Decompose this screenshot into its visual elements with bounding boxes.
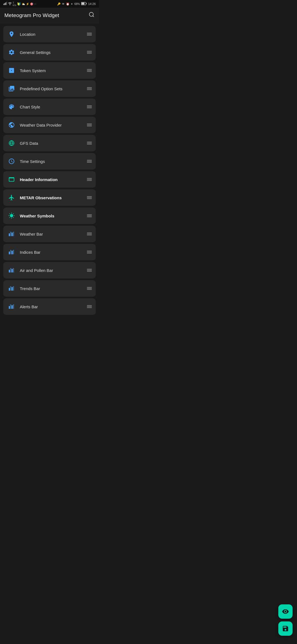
svg-rect-20 — [9, 270, 10, 272]
menu-label-weather-data-provider: Weather Data Provider — [20, 123, 85, 127]
svg-point-4 — [10, 5, 10, 5]
status-right: 🔑 👁 ⏰ ✦ 68% 14:26 — [57, 2, 96, 6]
svg-rect-30 — [12, 305, 13, 309]
location-icon — [7, 30, 16, 39]
svg-rect-27 — [13, 286, 14, 291]
drag-handle-header-information — [85, 178, 92, 181]
svg-rect-1 — [4, 3, 5, 5]
status-left: 1K/s 🔰 ⛅ ⚡ 🎯 ··· — [3, 1, 36, 7]
drag-handle-time-settings — [85, 160, 92, 163]
drag-handle-chart-style — [85, 105, 92, 108]
svg-rect-0 — [4, 4, 4, 5]
signal-icon — [3, 2, 7, 6]
bar-chart-icon — [7, 266, 16, 275]
gear-icon — [7, 48, 16, 57]
drag-handle-air-pollen-bar — [85, 269, 92, 272]
menu-item-time-settings[interactable]: Time Settings — [3, 153, 96, 170]
svg-rect-17 — [10, 250, 11, 254]
app-header: Meteogram Pro Widget — [0, 8, 99, 23]
menu-item-location[interactable]: Location — [3, 26, 96, 42]
more-icon: ··· — [34, 2, 36, 6]
window-icon — [7, 175, 16, 184]
cloud-sun-icon — [7, 211, 16, 220]
menu-label-time-settings: Time Settings — [20, 159, 85, 164]
network-speed: 1K/s — [13, 1, 16, 7]
menu-label-weather-symbols: Weather Symbols — [20, 214, 85, 218]
battery-percent: 68% — [74, 2, 80, 6]
bolt-icon: ⚡ — [26, 2, 29, 6]
grid-globe-icon — [7, 139, 16, 148]
menu-label-trends-bar: Trends Bar — [20, 286, 85, 291]
svg-rect-16 — [9, 252, 10, 254]
menu-label-header-information: Header Information — [20, 177, 85, 182]
drag-handle-general-settings — [85, 51, 92, 54]
menu-label-predefined-option-sets: Predefined Option Sets — [20, 86, 85, 91]
menu-label-gfs-data: GFS Data — [20, 141, 85, 146]
menu-list: Location General Settings Token System P… — [0, 23, 99, 318]
cloud-icon: ⛅ — [22, 2, 25, 6]
svg-rect-3 — [6, 2, 7, 5]
menu-item-trends-bar[interactable]: Trends Bar — [3, 280, 96, 297]
eye-icon: 👁 — [62, 2, 65, 6]
svg-rect-2 — [6, 2, 6, 5]
image-stack-icon — [7, 84, 16, 93]
svg-line-9 — [93, 16, 94, 17]
menu-label-location: Location — [20, 32, 85, 37]
svg-rect-23 — [13, 268, 14, 272]
menu-item-weather-data-provider[interactable]: Weather Data Provider — [3, 117, 96, 133]
svg-point-8 — [89, 12, 94, 17]
search-button[interactable] — [89, 12, 95, 19]
bar-chart-icon — [7, 302, 16, 311]
svg-rect-26 — [12, 287, 13, 291]
plane-icon — [7, 193, 16, 202]
menu-item-token-system[interactable]: Token System — [3, 62, 96, 79]
svg-rect-18 — [12, 251, 13, 254]
bar-chart-icon — [7, 284, 16, 293]
svg-rect-28 — [9, 306, 10, 309]
menu-label-chart-style: Chart Style — [20, 105, 85, 109]
drag-handle-location — [85, 33, 92, 36]
svg-rect-24 — [9, 288, 10, 291]
menu-item-air-pollen-bar[interactable]: Air and Pollen Bar — [3, 262, 96, 279]
palette-icon — [7, 102, 16, 111]
status-bar: 1K/s 🔰 ⛅ ⚡ 🎯 ··· 🔑 👁 ⏰ ✦ 68% 14:26 — [0, 0, 99, 8]
svg-rect-6 — [82, 2, 85, 5]
menu-item-header-information[interactable]: Header Information — [3, 171, 96, 188]
menu-label-weather-bar: Weather Bar — [20, 232, 85, 236]
menu-label-general-settings: General Settings — [20, 50, 85, 55]
app-title: Meteogram Pro Widget — [4, 12, 59, 18]
bar-chart-icon — [7, 248, 16, 256]
menu-item-weather-symbols[interactable]: Weather Symbols — [3, 208, 96, 224]
svg-rect-15 — [13, 232, 14, 236]
drag-handle-predefined-option-sets — [85, 87, 92, 90]
time-display: 14:26 — [88, 2, 96, 6]
drag-handle-metar-observations — [85, 196, 92, 199]
menu-label-metar-observations: METAR Observations — [20, 195, 85, 200]
menu-item-predefined-option-sets[interactable]: Predefined Option Sets — [3, 80, 96, 97]
drag-handle-gfs-data — [85, 142, 92, 144]
svg-rect-12 — [9, 233, 10, 236]
vpn-icon: 🔰 — [17, 2, 21, 6]
svg-rect-21 — [10, 268, 11, 272]
menu-item-chart-style[interactable]: Chart Style — [3, 99, 96, 115]
drag-handle-alerts-bar — [85, 305, 92, 308]
menu-label-air-pollen-bar: Air and Pollen Bar — [20, 268, 85, 273]
drag-handle-weather-symbols — [85, 214, 92, 217]
menu-label-token-system: Token System — [20, 68, 85, 73]
wifi-icon — [8, 2, 12, 6]
star-badge-icon — [7, 66, 16, 75]
menu-item-alerts-bar[interactable]: Alerts Bar — [3, 298, 96, 315]
battery-icon — [81, 2, 87, 6]
menu-item-metar-observations[interactable]: METAR Observations — [3, 189, 96, 206]
key-icon: 🔑 — [57, 2, 61, 6]
menu-item-gfs-data[interactable]: GFS Data — [3, 135, 96, 151]
svg-rect-19 — [13, 250, 14, 254]
drag-handle-indices-bar — [85, 251, 92, 253]
svg-rect-25 — [10, 286, 11, 291]
bluetooth-icon: ✦ — [71, 2, 73, 6]
menu-item-indices-bar[interactable]: Indices Bar — [3, 244, 96, 260]
clock-icon — [7, 157, 16, 166]
menu-label-indices-bar: Indices Bar — [20, 250, 85, 255]
menu-item-general-settings[interactable]: General Settings — [3, 44, 96, 61]
menu-item-weather-bar[interactable]: Weather Bar — [3, 226, 96, 242]
